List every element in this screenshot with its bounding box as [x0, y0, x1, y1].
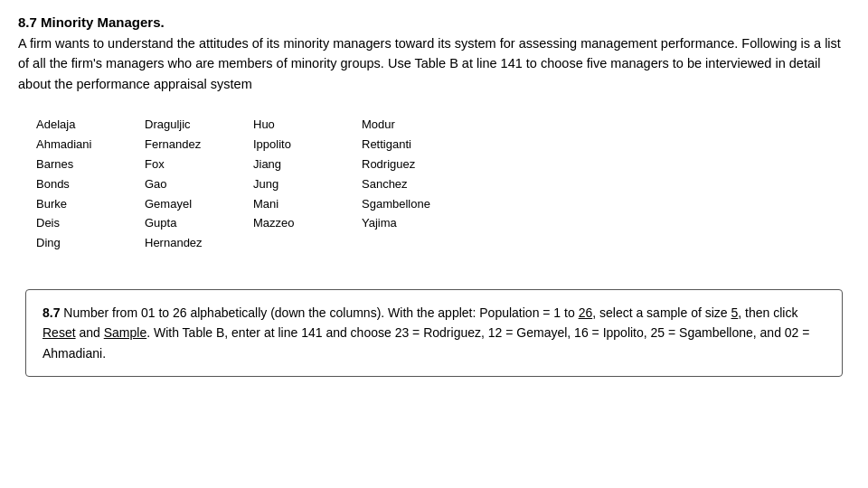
solution-text-7: . With Table B, enter at line 141 and ch… [42, 325, 809, 360]
name-item: Modur [362, 116, 470, 135]
name-item: Gao [145, 175, 253, 194]
solution-text-5: , then click [738, 305, 797, 320]
names-grid: AdelajaAhmadianiBarnesBondsBurkeDeisDing… [36, 116, 850, 253]
solution-text-6: and [76, 325, 104, 340]
name-item: Ahmadiani [36, 136, 145, 155]
name-item: Yajima [362, 214, 470, 233]
name-item: Adelaja [36, 116, 145, 135]
name-item: Sgambellone [362, 195, 470, 214]
names-column-1: AdelajaAhmadianiBarnesBondsBurkeDeisDing [36, 116, 145, 253]
solution-text-1: Number from 01 to 26 alphabetically (dow… [63, 305, 578, 320]
names-column-2: DraguljicFernandezFoxGaoGemayelGuptaHern… [145, 116, 253, 253]
problem-section: 8.7 Minority Managers. A firm wants to u… [18, 14, 850, 94]
solution-number: 8.7 [42, 305, 60, 320]
solution-reset: Reset [42, 325, 76, 340]
name-item: Mani [253, 195, 362, 214]
solution-box: 8.7 Number from 01 to 26 alphabetically … [25, 289, 843, 377]
names-column-3: HuoIppolitoJiangJungManiMazzeo [253, 116, 362, 253]
name-item: Draguljic [145, 116, 253, 135]
name-item: Gemayel [145, 195, 253, 214]
name-item: Ding [36, 234, 145, 253]
name-item: Fernandez [145, 136, 253, 155]
name-item: Burke [36, 195, 145, 214]
name-item: Bonds [36, 175, 145, 194]
name-item: Jiang [253, 155, 362, 174]
name-item: Gupta [145, 214, 253, 233]
name-item: Huo [253, 116, 362, 135]
name-item: Mazzeo [253, 214, 362, 233]
problem-body: A firm wants to understand the attitudes… [18, 33, 850, 94]
name-item: Deis [36, 214, 145, 233]
names-column-4: ModurRettigantiRodriguezSanchezSgambello… [362, 116, 470, 253]
name-item: Jung [253, 175, 362, 194]
name-item: Barnes [36, 155, 145, 174]
name-item: Rettiganti [362, 136, 470, 155]
name-item: Ippolito [253, 136, 362, 155]
solution-text-3: , select a sample of size [592, 305, 731, 320]
name-item: Fox [145, 155, 253, 174]
problem-heading: 8.7 Minority Managers. [18, 14, 850, 30]
name-item: Rodriguez [362, 155, 470, 174]
solution-text-2: 26 [579, 305, 593, 320]
name-item: Hernandez [145, 234, 253, 253]
solution-sample: Sample [104, 325, 146, 340]
name-item: Sanchez [362, 175, 470, 194]
